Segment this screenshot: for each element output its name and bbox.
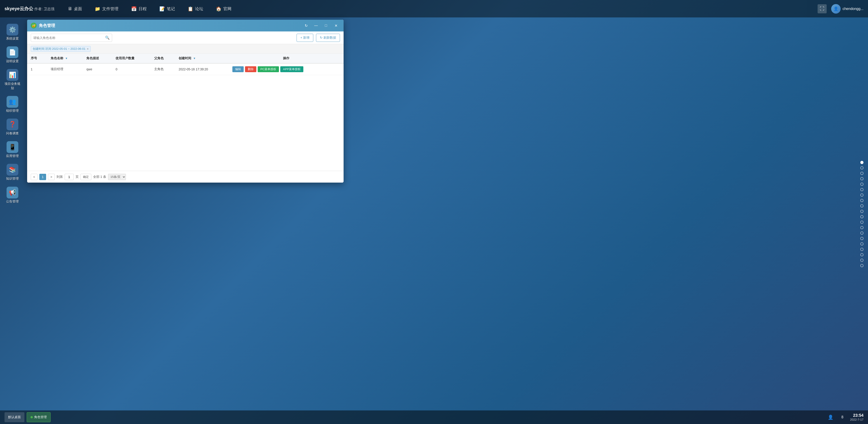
nav-item-website[interactable]: 🏠 官网 [210, 0, 238, 18]
dot-15[interactable] [860, 242, 864, 246]
window-close-button[interactable]: ✕ [332, 22, 340, 30]
dot-7[interactable] [860, 199, 864, 202]
total-count: 全部 1 条 [93, 175, 106, 179]
main-window: 🔐 角色管理 ↻ — □ ✕ 🔍 + 新增 ↻ 刷新数据 创建时间 区间 202… [27, 20, 344, 182]
app-auth-button[interactable]: APP菜单授权 [280, 66, 303, 72]
window-minimize-button[interactable]: — [312, 22, 320, 30]
window-titlebar: 🔐 角色管理 ↻ — □ ✕ [27, 20, 344, 31]
website-icon: 🏠 [216, 6, 221, 11]
dot-8[interactable] [860, 204, 864, 207]
dot-13[interactable] [860, 231, 864, 235]
taskbar-bottom-right: 👤 8 23:54 2022-7-17 [827, 413, 864, 421]
files-icon: 📁 [95, 6, 100, 11]
dot-10[interactable] [860, 215, 864, 218]
cell-seq: 1 [27, 63, 47, 75]
new-button[interactable]: + 新增 [297, 34, 313, 42]
dot-9[interactable] [860, 210, 864, 213]
action-group: 编辑 删除 PC菜单授权 APP菜单授权 [232, 66, 340, 72]
dot-6[interactable] [860, 193, 864, 197]
next-page-button[interactable]: > [48, 174, 55, 180]
col-desc: 角色描述 [83, 54, 112, 63]
sidebar-item-desc-settings[interactable]: 📄 说明设置 [2, 45, 23, 65]
nav-item-files[interactable]: 📁 文件管理 [88, 0, 125, 18]
nav-item-desktop[interactable]: 🖥 桌面 [61, 0, 88, 18]
cell-desc: qwe [83, 63, 112, 75]
per-page-select[interactable]: 15条/页 30条/页 50条/页 [108, 174, 126, 180]
clock: 23:54 2022-7-17 [850, 413, 864, 421]
screen-icon[interactable]: ⛶ [817, 4, 827, 13]
window-controls: ↻ — □ ✕ [302, 22, 340, 30]
taskbar-bottom-desktop[interactable]: 默认桌面 [4, 412, 24, 422]
dot-14[interactable] [860, 237, 864, 240]
search-icon[interactable]: 🔍 [105, 35, 110, 40]
dot-3[interactable] [860, 177, 864, 180]
user-profile[interactable]: 👤 chendongg... [831, 4, 864, 13]
page-label: 页 [75, 175, 79, 179]
sidebar-item-project-plan[interactable]: 📊 项目业务规划 [2, 67, 23, 92]
window-toolbar: 🔍 + 新增 ↻ 刷新数据 [27, 31, 344, 44]
window-refresh-button[interactable]: ↻ [302, 22, 310, 30]
window-maximize-button[interactable]: □ [322, 22, 330, 30]
user-icon-btn[interactable]: 👤 [827, 413, 835, 421]
name-filter-icon: ▼ [65, 57, 68, 60]
col-actions: 操作 [229, 54, 344, 63]
filter-bar: 创建时间 区间 2022-05-01 ~ 2022-06-01 × [27, 44, 344, 54]
col-name[interactable]: 角色名称 ▼ [47, 54, 83, 63]
page-1-button[interactable]: 1 [39, 174, 46, 180]
dot-0[interactable] [860, 161, 864, 164]
notification-btn[interactable]: 8 [838, 413, 846, 421]
prev-page-button[interactable]: < [31, 174, 37, 180]
cell-actions: 编辑 删除 PC菜单授权 APP菜单授权 [229, 63, 344, 75]
page-confirm-button[interactable]: 确定 [81, 174, 91, 180]
project-plan-icon: 📊 [6, 69, 18, 81]
delete-button[interactable]: 删除 [245, 66, 256, 72]
taskbar-bottom-role-mgmt[interactable]: 角色管理 [27, 412, 51, 422]
org-mgmt-icon: 👥 [6, 96, 18, 108]
sidebar-item-system-settings[interactable]: ⚙️ 系统设置 [2, 22, 23, 42]
dot-16[interactable] [860, 248, 864, 251]
app-brand: skyeye云办公 作者: 卫志强 [4, 6, 55, 12]
top-nav: 🖥 桌面 📁 文件管理 📅 日程 📝 笔记 📋 论坛 🏠 官网 [61, 0, 817, 18]
announcement-icon: 📢 [6, 187, 18, 198]
sidebar: ⚙️ 系统设置 📄 说明设置 📊 项目业务规划 👥 组织管理 ❓ 问卷调查 📱 … [0, 18, 25, 411]
search-box: 🔍 [31, 34, 112, 42]
nav-item-schedule[interactable]: 📅 日程 [125, 0, 153, 18]
sidebar-item-org-mgmt[interactable]: 👥 组织管理 [2, 94, 23, 114]
cell-created-at: 2022-05-16 17:39:20 [175, 63, 229, 75]
dot-2[interactable] [860, 172, 864, 175]
knowledge-icon: 📚 [6, 164, 18, 176]
col-created-at[interactable]: 创建时间 ▼ [175, 54, 229, 63]
dot-11[interactable] [860, 221, 864, 224]
desktop-icon: 🖥 [68, 6, 72, 11]
dot-4[interactable] [860, 182, 864, 186]
search-input[interactable] [33, 36, 105, 39]
taskbar-right: ⛶ 👤 chendongg... [817, 4, 864, 13]
sidebar-item-announcement[interactable]: 📢 公告管理 [2, 185, 23, 205]
cell-name: 项目经理 [47, 63, 83, 75]
sidebar-item-knowledge[interactable]: 📚 知识管理 [2, 162, 23, 182]
dot-18[interactable] [860, 259, 864, 262]
dot-5[interactable] [860, 188, 864, 191]
dot-12[interactable] [860, 226, 864, 229]
survey-icon: ❓ [6, 118, 18, 130]
pc-auth-button[interactable]: PC菜单授权 [258, 66, 279, 72]
nav-item-notes[interactable]: 📝 笔记 [153, 0, 181, 18]
dot-17[interactable] [860, 253, 864, 256]
sidebar-item-survey[interactable]: ❓ 问卷调查 [2, 117, 23, 137]
refresh-button[interactable]: ↻ 刷新数据 [316, 34, 340, 42]
data-table: 序号 角色名称 ▼ 角色描述 使用用户数量 父角色 创建时间 ▼ 操作 [27, 54, 344, 75]
notes-icon: 📝 [159, 6, 165, 11]
dot-1[interactable] [860, 166, 864, 169]
system-settings-icon: ⚙️ [6, 24, 18, 35]
nav-item-forum[interactable]: 📋 论坛 [181, 0, 210, 18]
forum-icon: 📋 [188, 6, 193, 11]
dot-19[interactable] [860, 264, 864, 267]
edit-button[interactable]: 编辑 [232, 66, 244, 72]
filter-tag-close[interactable]: × [87, 47, 89, 51]
page-input[interactable] [65, 174, 74, 180]
filter-tag: 创建时间 区间 2022-05-01 ~ 2022-06-01 × [31, 46, 91, 52]
active-indicator [31, 416, 33, 418]
cell-user-count: 0 [112, 63, 150, 75]
sidebar-item-app-mgmt[interactable]: 📱 应用管理 [2, 139, 23, 160]
pagination-bar: < 1 > 到第 页 确定 全部 1 条 15条/页 30条/页 50条/页 [27, 171, 344, 182]
